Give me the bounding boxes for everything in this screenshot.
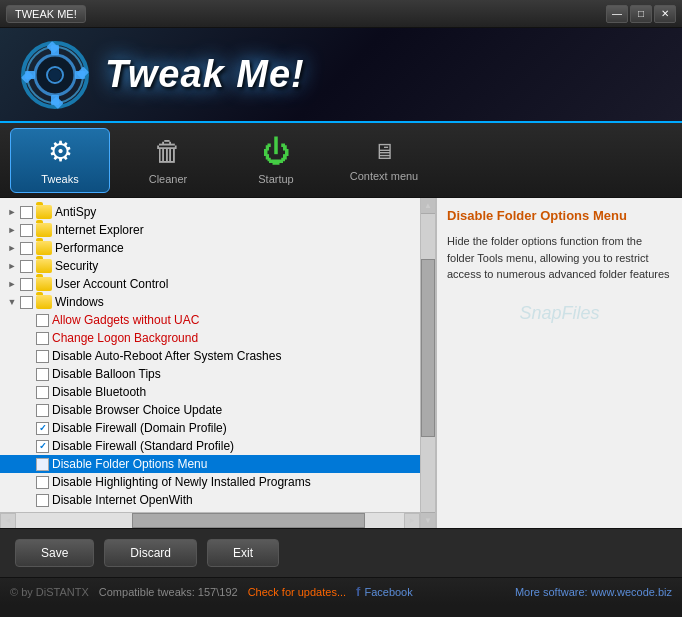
tree-item-allow-gadgets[interactable]: Allow Gadgets without UAC — [0, 311, 420, 329]
check-updates-link[interactable]: Check for updates... — [248, 586, 346, 598]
tree-item-ie[interactable]: Internet Explorer — [0, 221, 420, 239]
checkbox-windows[interactable] — [20, 296, 33, 309]
expand-disable-fw-domain — [20, 420, 36, 436]
tabs-bar: ⚙ Tweaks 🗑 Cleaner ⏻ Startup 🖥 Context m… — [0, 123, 682, 198]
allow-gadgets-label: Allow Gadgets without UAC — [52, 313, 199, 327]
checkbox-disable-fw-domain[interactable] — [36, 422, 49, 435]
disable-balloon-label: Disable Balloon Tips — [52, 367, 161, 381]
startup-label: Startup — [258, 173, 293, 185]
expand-disable-bluetooth — [20, 384, 36, 400]
expand-disable-folder-options — [20, 456, 36, 472]
action-bar: Save Discard Exit — [0, 528, 682, 577]
app-menu-button[interactable]: TWEAK ME! — [6, 5, 86, 23]
expand-disable-autoreboot — [20, 348, 36, 364]
expand-performance[interactable] — [4, 240, 20, 256]
uac-label: User Account Control — [55, 277, 168, 291]
checkbox-performance[interactable] — [20, 242, 33, 255]
tree-panel: AntiSpy Internet Explorer Performance — [0, 198, 420, 528]
expand-disable-fw-standard — [20, 438, 36, 454]
checkbox-ie[interactable] — [20, 224, 33, 237]
checkbox-change-logon[interactable] — [36, 332, 49, 345]
folder-icon-antispy — [36, 205, 52, 219]
tree-item-disable-browser-choice[interactable]: Disable Browser Choice Update — [0, 401, 420, 419]
tree-scroll[interactable]: AntiSpy Internet Explorer Performance — [0, 198, 420, 512]
tab-startup[interactable]: ⏻ Startup — [226, 128, 326, 193]
scroll-down-button[interactable]: ▼ — [421, 512, 435, 528]
status-bar: © by DiSTANTX Compatible tweaks: 157\192… — [0, 577, 682, 605]
checkbox-antispy[interactable] — [20, 206, 33, 219]
info-panel: Disable Folder Options Menu Hide the fol… — [436, 198, 682, 528]
title-bar: TWEAK ME! — □ ✕ — [0, 0, 682, 28]
horizontal-scrollbar[interactable]: ◄ ► — [0, 512, 420, 528]
tweaks-icon: ⚙ — [48, 135, 73, 168]
tab-tweaks[interactable]: ⚙ Tweaks — [10, 128, 110, 193]
checkbox-disable-highlighting[interactable] — [36, 476, 49, 489]
expand-windows[interactable] — [4, 294, 20, 310]
close-button[interactable]: ✕ — [654, 5, 676, 23]
app-header: Tweak Me! — [0, 28, 682, 123]
tree-item-performance[interactable]: Performance — [0, 239, 420, 257]
expand-uac[interactable] — [4, 276, 20, 292]
expand-change-logon — [20, 330, 36, 346]
tree-item-uac[interactable]: User Account Control — [0, 275, 420, 293]
tab-context-menu[interactable]: 🖥 Context menu — [334, 128, 434, 193]
exit-button[interactable]: Exit — [207, 539, 279, 567]
checkbox-disable-browser-choice[interactable] — [36, 404, 49, 417]
window-controls: — □ ✕ — [606, 5, 676, 23]
tree-item-disable-autoreboot[interactable]: Disable Auto-Reboot After System Crashes — [0, 347, 420, 365]
checkbox-allow-gadgets[interactable] — [36, 314, 49, 327]
checkbox-disable-bluetooth[interactable] — [36, 386, 49, 399]
tab-cleaner[interactable]: 🗑 Cleaner — [118, 128, 218, 193]
expand-disable-balloon — [20, 366, 36, 382]
info-description: Hide the folder options function from th… — [447, 233, 672, 283]
facebook-icon: f — [356, 584, 360, 599]
facebook-label: Facebook — [364, 586, 412, 598]
save-button[interactable]: Save — [15, 539, 94, 567]
tree-item-disable-internet-openwith[interactable]: Disable Internet OpenWith — [0, 491, 420, 509]
website-link[interactable]: More software: www.wecode.biz — [515, 586, 672, 598]
expand-disable-highlighting — [20, 474, 36, 490]
scroll-track[interactable] — [16, 513, 404, 528]
scroll-thumb[interactable] — [132, 513, 365, 528]
folder-icon-windows — [36, 295, 52, 309]
tree-item-disable-highlighting[interactable]: Disable Highlighting of Newly Installed … — [0, 473, 420, 491]
minimize-button[interactable]: — — [606, 5, 628, 23]
checkbox-security[interactable] — [20, 260, 33, 273]
scroll-left-button[interactable]: ◄ — [0, 513, 16, 529]
scroll-right-button[interactable]: ► — [404, 513, 420, 529]
expand-antispy[interactable] — [4, 204, 20, 220]
checkbox-disable-autoreboot[interactable] — [36, 350, 49, 363]
scroll-thumb-v[interactable] — [421, 259, 435, 438]
facebook-link[interactable]: f Facebook — [356, 584, 413, 599]
checkbox-disable-fw-standard[interactable] — [36, 440, 49, 453]
svg-point-13 — [49, 69, 61, 81]
checkbox-disable-internet-openwith[interactable] — [36, 494, 49, 507]
tree-item-disable-bluetooth[interactable]: Disable Bluetooth — [0, 383, 420, 401]
scroll-track-v — [421, 214, 435, 512]
tree-item-disable-folder-options[interactable]: Disable Folder Options Menu — [0, 455, 420, 473]
checkbox-disable-folder-options[interactable] — [36, 458, 49, 471]
tree-item-antispy[interactable]: AntiSpy — [0, 203, 420, 221]
tree-item-change-logon[interactable]: Change Logon Background — [0, 329, 420, 347]
tree-item-disable-fw-domain[interactable]: Disable Firewall (Domain Profile) — [0, 419, 420, 437]
windows-label: Windows — [55, 295, 104, 309]
maximize-button[interactable]: □ — [630, 5, 652, 23]
vertical-scrollbar[interactable]: ▲ ▼ — [420, 198, 436, 528]
checkbox-uac[interactable] — [20, 278, 33, 291]
disable-internet-openwith-label: Disable Internet OpenWith — [52, 493, 193, 507]
folder-icon-ie — [36, 223, 52, 237]
tree-item-disable-fw-standard[interactable]: Disable Firewall (Standard Profile) — [0, 437, 420, 455]
tree-item-security[interactable]: Security — [0, 257, 420, 275]
scroll-up-button[interactable]: ▲ — [421, 198, 435, 214]
expand-security[interactable] — [4, 258, 20, 274]
checkbox-disable-balloon[interactable] — [36, 368, 49, 381]
discard-button[interactable]: Discard — [104, 539, 197, 567]
ie-label: Internet Explorer — [55, 223, 144, 237]
tree-item-windows[interactable]: Windows — [0, 293, 420, 311]
disable-fw-domain-label: Disable Firewall (Domain Profile) — [52, 421, 227, 435]
disable-folder-options-label: Disable Folder Options Menu — [52, 457, 207, 471]
folder-icon-performance — [36, 241, 52, 255]
expand-ie[interactable] — [4, 222, 20, 238]
cleaner-label: Cleaner — [149, 173, 188, 185]
tree-item-disable-balloon[interactable]: Disable Balloon Tips — [0, 365, 420, 383]
